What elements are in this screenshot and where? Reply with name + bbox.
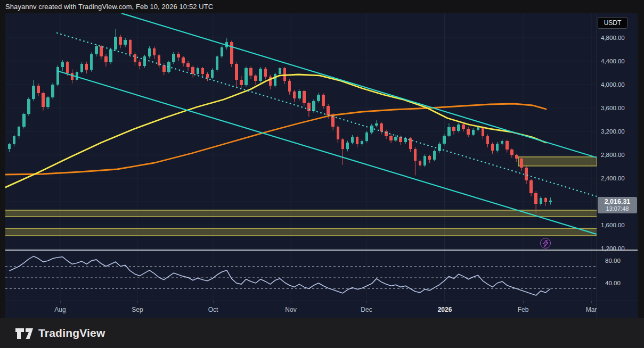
main-price-pane[interactable]	[5, 13, 597, 250]
tradingview-logo-text: TradingView	[38, 327, 105, 339]
last-price-badge: 2,016.31 13:07:48	[598, 197, 637, 213]
channel-lower	[57, 71, 597, 234]
time-axis-label: Dec	[361, 306, 372, 313]
orange-ma	[5, 104, 546, 175]
pane-separator[interactable]	[5, 250, 638, 251]
rsi-pane[interactable]	[5, 250, 597, 301]
support-zone-1	[5, 210, 597, 217]
time-axis-tick	[291, 301, 291, 303]
yellow-ma	[5, 74, 546, 187]
time-axis-label: Sep	[132, 306, 143, 313]
tradingview-logo-icon	[14, 326, 34, 341]
time-axis-tick	[445, 301, 445, 303]
candle-countdown: 13:07:48	[598, 205, 637, 212]
channel-upper	[121, 13, 597, 158]
time-axis-tick	[523, 301, 524, 303]
tradingview-logo[interactable]: TradingView	[14, 326, 105, 341]
price-axis-label: 2,400.00	[601, 175, 625, 182]
rsi-axis-label: 80.00	[605, 257, 621, 264]
last-price-value: 2,016.31	[598, 198, 637, 205]
tradingview-screenshot: Shayannv created with TradingView.com, F…	[0, 0, 644, 348]
price-axis-label: 2,800.00	[601, 151, 625, 159]
price-axis-label: 1,200.00	[601, 245, 625, 252]
currency-label[interactable]: USDT	[598, 17, 627, 29]
time-axis-label: Nov	[285, 306, 296, 313]
price-axis-label: 4,400.00	[601, 57, 625, 65]
time-axis-label: Aug	[54, 306, 66, 313]
time-axis-label: 2026	[438, 306, 452, 313]
rsi-line	[10, 256, 551, 295]
footer-bar: TradingView	[0, 318, 644, 348]
time-axis-label: Oct	[208, 306, 218, 313]
flash-boost-button[interactable]	[540, 238, 551, 248]
time-axis-tick	[213, 301, 214, 303]
time-axis[interactable]: AugSepOctNovDec2026FebMar	[5, 301, 604, 318]
time-axis-tick	[60, 301, 61, 303]
price-axis-label: 3,200.00	[601, 128, 625, 135]
chart-panel: USDT 4,800.004,400.004,000.003,600.003,2…	[5, 13, 638, 318]
lightning-icon	[543, 240, 549, 247]
price-axis-label: 3,600.00	[601, 104, 625, 112]
time-axis-tick	[591, 301, 592, 303]
time-axis-tick	[137, 301, 138, 303]
attribution-bar: Shayannv created with TradingView.com, F…	[0, 0, 644, 13]
time-axis-label: Mar	[586, 306, 597, 313]
support-zone-2	[5, 228, 597, 236]
time-axis-tick	[366, 301, 367, 303]
price-axis[interactable]: USDT 4,800.004,400.004,000.003,600.003,2…	[597, 13, 638, 301]
resistance-zone	[518, 157, 597, 166]
attribution-text: Shayannv created with TradingView.com, F…	[5, 3, 213, 11]
time-axis-label: Feb	[518, 306, 529, 313]
price-axis-label: 4,800.00	[601, 34, 625, 42]
price-axis-label: 1,600.00	[601, 221, 625, 229]
price-axis-label: 4,000.00	[601, 81, 625, 88]
rsi-axis-label: 40.00	[605, 279, 621, 287]
